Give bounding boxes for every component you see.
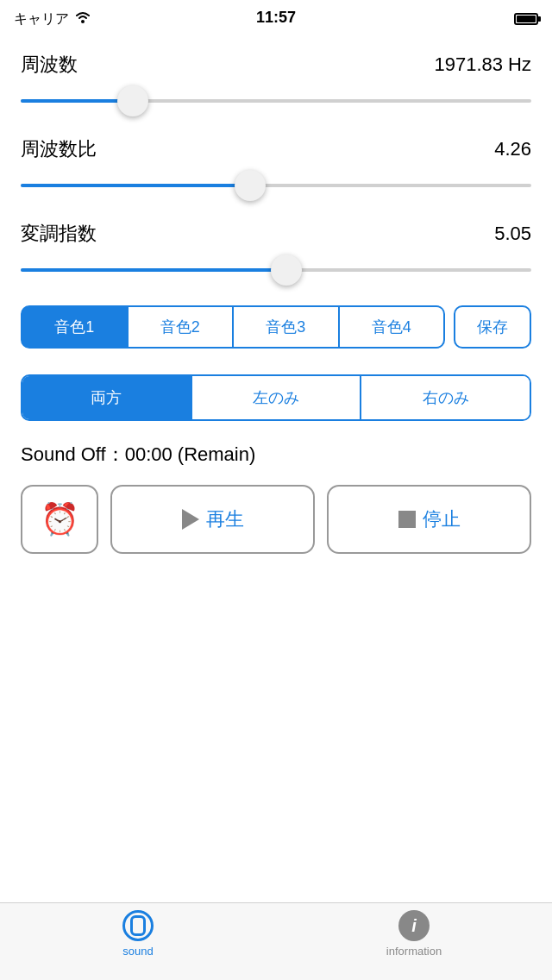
channel-both-button[interactable]: 両方: [22, 376, 191, 419]
tone-button-1[interactable]: 音色1: [21, 305, 129, 349]
wifi-icon: [74, 10, 91, 28]
stop-button[interactable]: 停止: [327, 485, 531, 554]
battery-icon: [514, 13, 538, 25]
frequency-ratio-value: 4.26: [494, 138, 531, 160]
tab-information-label: information: [386, 945, 442, 958]
modulation-index-value: 5.05: [494, 223, 531, 245]
tab-information[interactable]: i information: [276, 910, 552, 958]
tab-bar: sound i information: [0, 902, 552, 980]
information-icon: i: [398, 910, 430, 941]
sound-icon: [122, 910, 154, 941]
tone-button-4[interactable]: 音色4: [340, 305, 446, 349]
status-bar: キャリア 11:57: [0, 0, 552, 38]
modulation-index-slider[interactable]: [21, 255, 531, 285]
frequency-slider-row: 周波数 1971.83 Hz: [21, 52, 531, 116]
play-label: 再生: [206, 506, 244, 532]
carrier-label: キャリア: [14, 10, 69, 28]
frequency-ratio-slider[interactable]: [21, 171, 531, 200]
status-time: 11:57: [256, 9, 296, 27]
frequency-value: 1971.83 Hz: [434, 53, 531, 76]
modulation-index-label: 変調指数: [21, 221, 97, 247]
stop-icon: [398, 511, 416, 528]
timer-status: Sound Off：00:00 (Remain): [21, 442, 531, 468]
modulation-index-slider-row: 変調指数 5.05: [21, 221, 531, 285]
save-button[interactable]: 保存: [454, 305, 531, 349]
frequency-ratio-label: 周波数比: [21, 136, 97, 162]
control-button-row: ⏰ 再生 停止: [21, 485, 531, 554]
carrier-wifi: キャリア: [14, 10, 91, 28]
tone-button-3[interactable]: 音色3: [234, 305, 340, 349]
stop-label: 停止: [423, 506, 461, 532]
alarm-icon: ⏰: [41, 501, 79, 537]
main-content: 周波数 1971.83 Hz 周波数比 4.26 変調指数 5.05: [0, 38, 552, 568]
svg-point-0: [81, 20, 85, 23]
frequency-label: 周波数: [21, 52, 78, 78]
channel-right-button[interactable]: 右のみ: [360, 376, 530, 419]
frequency-ratio-slider-row: 周波数比 4.26: [21, 136, 531, 200]
tone-button-2[interactable]: 音色2: [129, 305, 235, 349]
tab-sound[interactable]: sound: [0, 910, 276, 958]
play-button[interactable]: 再生: [110, 485, 315, 554]
channel-left-button[interactable]: 左のみ: [191, 376, 361, 419]
play-icon: [182, 509, 199, 530]
alarm-button[interactable]: ⏰: [21, 485, 98, 554]
tone-button-row: 音色1 音色2 音色3 音色4 保存: [21, 305, 531, 349]
frequency-slider[interactable]: [21, 86, 531, 116]
channel-button-row: 両方 左のみ 右のみ: [21, 374, 531, 421]
battery-area: [514, 13, 538, 25]
tab-sound-label: sound: [122, 945, 153, 958]
